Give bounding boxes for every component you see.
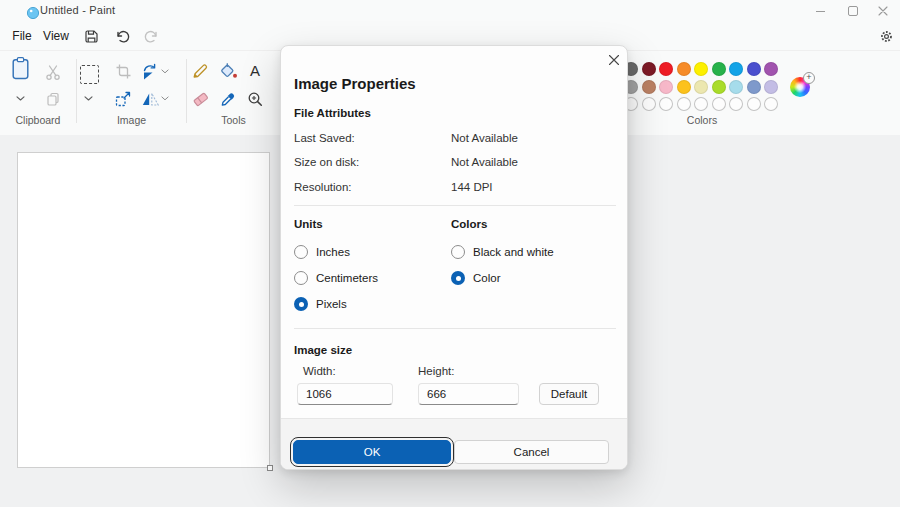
fill-tool-button[interactable] bbox=[218, 62, 238, 81]
radio-selected-icon[interactable] bbox=[451, 271, 465, 285]
fill-bucket-icon bbox=[218, 62, 238, 81]
rotate-button[interactable] bbox=[141, 63, 160, 81]
view-menu[interactable]: View bbox=[38, 22, 74, 50]
default-button[interactable]: Default bbox=[539, 383, 599, 405]
flip-dropdown-button[interactable] bbox=[161, 96, 169, 101]
ok-button[interactable]: OK bbox=[293, 440, 451, 464]
redo-button[interactable] bbox=[139, 25, 163, 47]
select-tool-button[interactable] bbox=[80, 65, 99, 84]
copy-button[interactable] bbox=[45, 91, 61, 107]
color-swatch[interactable] bbox=[677, 80, 691, 94]
color-swatch-empty[interactable] bbox=[729, 97, 743, 111]
separator bbox=[294, 205, 616, 206]
color-swatch-empty[interactable] bbox=[642, 97, 656, 111]
magnifier-tool-button[interactable] bbox=[246, 90, 264, 108]
width-input[interactable] bbox=[297, 383, 393, 405]
chevron-down-icon bbox=[161, 69, 169, 74]
color-swatch[interactable] bbox=[694, 80, 708, 94]
radio-selected-icon[interactable] bbox=[294, 297, 308, 311]
attr-label: Resolution: bbox=[294, 181, 352, 193]
paste-button[interactable] bbox=[9, 56, 32, 81]
window-title: Untitled - Paint bbox=[40, 4, 115, 16]
image-size-heading: Image size bbox=[294, 344, 352, 356]
radio-unselected-icon[interactable] bbox=[451, 245, 465, 259]
eraser-tool-button[interactable] bbox=[191, 90, 210, 108]
undo-button[interactable] bbox=[110, 25, 134, 47]
color-swatch-empty[interactable] bbox=[677, 97, 691, 111]
attr-label: Size on disk: bbox=[294, 156, 359, 168]
color-swatch[interactable] bbox=[764, 80, 778, 94]
color-swatch[interactable] bbox=[729, 80, 743, 94]
color-swatch[interactable] bbox=[747, 62, 761, 76]
radio-option-inches[interactable]: Inches bbox=[294, 244, 378, 260]
text-tool-button[interactable]: A bbox=[247, 61, 263, 79]
maximize-button[interactable] bbox=[838, 0, 868, 22]
crop-button[interactable] bbox=[115, 63, 132, 80]
height-input[interactable] bbox=[418, 383, 519, 405]
colors-radio-group: Black and whiteColor bbox=[451, 244, 554, 296]
color-swatch[interactable] bbox=[729, 62, 743, 76]
clipboard-group: Clipboard bbox=[0, 51, 76, 135]
radio-option-black-and-white[interactable]: Black and white bbox=[451, 244, 554, 260]
separator bbox=[294, 328, 616, 329]
color-swatch-empty[interactable] bbox=[747, 97, 761, 111]
swatch-row-3 bbox=[624, 97, 778, 111]
color-swatch-empty[interactable] bbox=[659, 97, 673, 111]
color-swatch-empty[interactable] bbox=[694, 97, 708, 111]
color-swatch[interactable] bbox=[659, 80, 673, 94]
settings-button[interactable] bbox=[874, 25, 898, 47]
save-button[interactable] bbox=[79, 25, 103, 47]
maximize-icon bbox=[848, 6, 858, 16]
color-swatch[interactable] bbox=[642, 80, 656, 94]
close-button[interactable] bbox=[868, 0, 898, 22]
color-swatch[interactable] bbox=[642, 62, 656, 76]
color-swatch[interactable] bbox=[659, 62, 673, 76]
tools-group-label: Tools bbox=[187, 114, 280, 126]
radio-unselected-icon[interactable] bbox=[294, 271, 308, 285]
file-attributes-heading: File Attributes bbox=[294, 107, 371, 119]
color-swatch[interactable] bbox=[764, 62, 778, 76]
save-icon bbox=[83, 28, 100, 45]
add-color-plus-icon: + bbox=[803, 72, 815, 84]
cancel-button[interactable]: Cancel bbox=[454, 440, 609, 464]
canvas-resize-handle[interactable] bbox=[267, 465, 273, 471]
color-swatch[interactable] bbox=[747, 80, 761, 94]
cut-button[interactable] bbox=[44, 63, 62, 81]
color-swatch-empty[interactable] bbox=[764, 97, 778, 111]
color-swatch[interactable] bbox=[712, 62, 726, 76]
radio-label: Black and white bbox=[473, 246, 554, 258]
minimize-button[interactable] bbox=[805, 0, 835, 22]
file-menu[interactable]: File bbox=[6, 22, 38, 50]
radio-option-centimeters[interactable]: Centimeters bbox=[294, 270, 378, 286]
attr-value: 144 DPI bbox=[451, 181, 493, 193]
radio-unselected-icon[interactable] bbox=[294, 245, 308, 259]
radio-option-pixels[interactable]: Pixels bbox=[294, 296, 378, 312]
color-swatch[interactable] bbox=[677, 62, 691, 76]
eyedropper-icon bbox=[219, 90, 237, 108]
swatch-row-2 bbox=[624, 80, 778, 94]
dialog-close-button[interactable] bbox=[603, 49, 625, 71]
color-swatch[interactable] bbox=[712, 80, 726, 94]
attr-value: Not Available bbox=[451, 132, 518, 144]
radio-option-color[interactable]: Color bbox=[451, 270, 554, 286]
colors-heading: Colors bbox=[451, 218, 487, 230]
rotate-dropdown-button[interactable] bbox=[161, 69, 169, 74]
radio-label: Inches bbox=[316, 246, 350, 258]
redo-icon bbox=[143, 28, 160, 45]
paste-dropdown-button[interactable] bbox=[16, 96, 25, 101]
resize-button[interactable] bbox=[114, 90, 132, 108]
height-label: Height: bbox=[418, 365, 454, 377]
cut-scissors-icon bbox=[44, 63, 62, 81]
color-swatch-empty[interactable] bbox=[712, 97, 726, 111]
eyedropper-tool-button[interactable] bbox=[219, 90, 237, 108]
pencil-icon bbox=[191, 62, 209, 80]
flip-button[interactable] bbox=[141, 90, 160, 108]
clipboard-group-label: Clipboard bbox=[0, 114, 76, 126]
units-radio-group: InchesCentimetersPixels bbox=[294, 244, 378, 322]
close-icon bbox=[878, 6, 888, 16]
pencil-tool-button[interactable] bbox=[191, 62, 209, 80]
drawing-canvas[interactable] bbox=[17, 152, 270, 468]
eraser-icon bbox=[191, 90, 210, 108]
select-dropdown-button[interactable] bbox=[84, 96, 93, 101]
color-swatch[interactable] bbox=[694, 62, 708, 76]
